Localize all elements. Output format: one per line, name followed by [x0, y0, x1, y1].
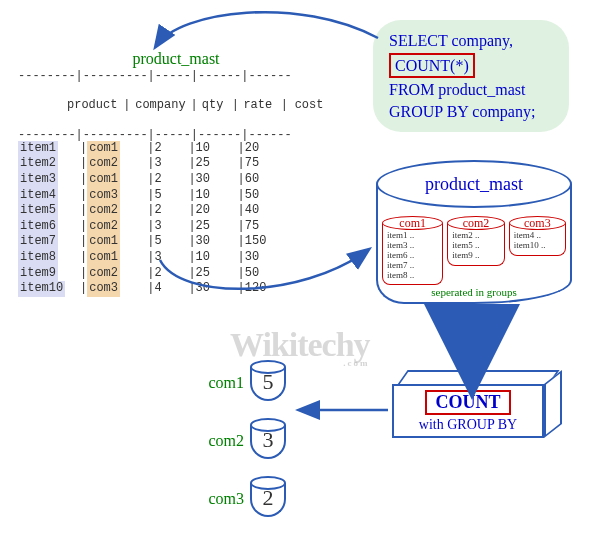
- group-cylinder-com1: com1 item1 ..item3 ..item6 ..item7 ..ite…: [382, 216, 443, 285]
- header-product: product: [61, 98, 123, 114]
- separated-text: seperated in groups: [376, 286, 572, 298]
- table-divider: --------|---------|-----|------|------: [18, 129, 334, 141]
- table-row: item4|com3|5|10|50: [18, 188, 334, 204]
- sql-query-bubble: SELECT company, COUNT(*) FROM product_ma…: [373, 20, 569, 132]
- source-table: product_mast --------|---------|-----|--…: [18, 50, 334, 297]
- group-label: com3: [509, 216, 566, 230]
- database-cylinder: product_mast com1 item1 ..item3 ..item6 …: [376, 160, 572, 310]
- table-row: item5|com2|2|20|40: [18, 203, 334, 219]
- group-label: com1: [382, 216, 443, 230]
- sql-line-groupby: GROUP BY company;: [389, 101, 557, 123]
- table-header-row: product|company|qty|rate|cost: [18, 82, 334, 129]
- header-company: company: [130, 98, 190, 114]
- header-cost: cost: [288, 98, 334, 114]
- group-cylinder-com3: com3 item4 ..item10 ..: [509, 216, 566, 285]
- table-row: item8|com1|3|10|30: [18, 250, 334, 266]
- result-cylinder-com2: com2 3: [250, 418, 286, 459]
- group-cylinder-com2: com2 item2 ..item5 ..item9 ..: [447, 216, 504, 285]
- sql-count-highlight: COUNT(*): [389, 53, 475, 79]
- result-cylinder-com1: com1 5: [250, 360, 286, 401]
- header-qty: qty: [198, 98, 232, 114]
- result-label: com2: [192, 432, 244, 450]
- group-label: com2: [447, 216, 504, 230]
- count-label: COUNT: [425, 390, 510, 415]
- result-label: com1: [192, 374, 244, 392]
- table-divider: --------|---------|-----|------|------: [18, 70, 334, 82]
- table-row: item3|com1|2|30|60: [18, 172, 334, 188]
- result-label: com3: [192, 490, 244, 508]
- sql-line-from: FROM product_mast: [389, 79, 557, 101]
- sql-line-select: SELECT company,: [389, 30, 557, 52]
- db-title: product_mast: [376, 160, 572, 208]
- group-items: item1 ..item3 ..item6 ..item7 ..item8 ..: [382, 223, 443, 285]
- result-cylinder-com3: com3 2: [250, 476, 286, 517]
- table-row: item6|com2|3|25|75: [18, 219, 334, 235]
- table-row: item1|com1|2|10|20: [18, 141, 334, 157]
- table-title: product_mast: [18, 50, 334, 68]
- table-row: item7|com1|5|30|150: [18, 234, 334, 250]
- watermark: Wikitechy .com: [230, 326, 370, 368]
- table-row: item9|com2|2|25|50: [18, 266, 334, 282]
- count-sublabel: with GROUP BY: [394, 417, 542, 433]
- table-row: item10|com3|4|30|120: [18, 281, 334, 297]
- header-rate: rate: [239, 98, 281, 114]
- count-operation-box: COUNT with GROUP BY: [392, 370, 564, 438]
- table-row: item2|com2|3|25|75: [18, 156, 334, 172]
